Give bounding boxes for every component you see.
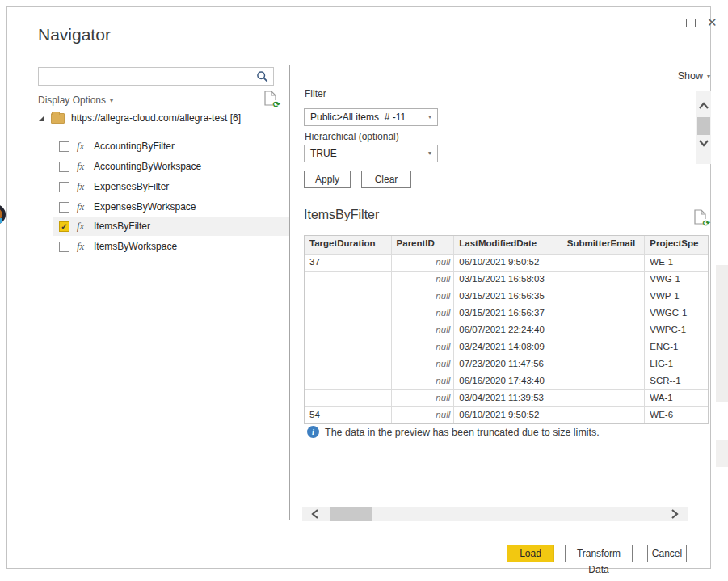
table-cell: 54: [305, 407, 392, 423]
table-row: null 03/15/2021 16:58:03 VWG-1: [305, 271, 708, 288]
checkbox[interactable]: [59, 242, 69, 252]
search-box: [38, 67, 274, 86]
cancel-button[interactable]: Cancel: [647, 545, 687, 562]
tree-item-itemsbyworkspace[interactable]: fx ItemsByWorkspace: [53, 237, 289, 256]
table-cell: 06/16/2020 17:43:40: [454, 373, 562, 389]
hierarchical-value: TRUE: [310, 148, 337, 159]
table-cell: null: [392, 356, 455, 373]
table-cell: SCR--1: [645, 373, 708, 389]
table-cell: [305, 339, 392, 356]
dialog-title: Navigator: [38, 25, 111, 44]
display-options-label: Display Options: [38, 95, 106, 106]
screen: Navigator ✕ Display Options▾ ⟳: [0, 0, 728, 581]
table-cell: [562, 272, 646, 288]
table-cell: null: [392, 407, 455, 423]
refresh-preview-icon[interactable]: ⟳: [264, 91, 278, 107]
chevron-down-icon: ▾: [428, 149, 431, 157]
horizontal-scrollbar[interactable]: [302, 507, 688, 521]
column-header[interactable]: LastModifiedDate: [454, 236, 562, 254]
hierarchical-label: Hierarchical (optional): [305, 131, 399, 142]
checkbox[interactable]: [59, 182, 69, 192]
table-cell: [305, 356, 392, 373]
display-options-menu[interactable]: Display Options▾: [38, 95, 113, 106]
table-row: null 03/24/2021 14:08:09 ENG-1: [305, 339, 708, 356]
navigator-dialog: Navigator ✕ Display Options▾ ⟳: [6, 6, 711, 569]
tree-item-label: ItemsByFilter: [94, 221, 150, 232]
maximize-icon[interactable]: [686, 19, 696, 27]
function-icon: fx: [77, 180, 90, 193]
preview-table-title: ItemsByFilter: [304, 208, 379, 222]
table-row: null 07/23/2020 11:47:56 LIG-1: [305, 356, 708, 373]
tree-root-node[interactable]: https://allegra-cloud.com/allegra-test […: [38, 110, 241, 126]
table-cell: [562, 288, 646, 305]
table-cell: [305, 322, 392, 339]
show-label: Show: [678, 70, 703, 82]
function-icon: fx: [77, 240, 90, 253]
search-input[interactable]: [42, 69, 256, 84]
filter-dropdown[interactable]: Public>All items # -11 ▾: [304, 108, 438, 126]
scroll-down-icon[interactable]: [698, 139, 709, 147]
expand-collapse-icon[interactable]: [38, 115, 45, 122]
function-icon: fx: [77, 220, 90, 233]
refresh-table-icon[interactable]: ⟳: [694, 209, 708, 225]
tree-item-itemsbyfilter[interactable]: ✓ fx ItemsByFilter: [53, 217, 289, 236]
table-cell: [305, 373, 392, 389]
column-header[interactable]: ProjectSpe: [645, 236, 708, 254]
table-header-row: TargetDuration ParentID LastModifiedDate…: [305, 236, 708, 254]
scroll-up-icon[interactable]: [698, 102, 709, 110]
function-icon: fx: [77, 200, 90, 213]
scroll-right-icon[interactable]: [671, 508, 679, 520]
info-icon: i: [307, 426, 319, 438]
checkbox[interactable]: [59, 162, 69, 172]
horizontal-scroll-thumb[interactable]: [330, 507, 372, 521]
table-cell: [562, 373, 646, 389]
table-cell: null: [392, 272, 455, 288]
vertical-scroll-thumb[interactable]: [697, 117, 710, 135]
scroll-left-icon[interactable]: [311, 508, 319, 520]
table-cell: null: [392, 305, 455, 322]
refresh-arrows-icon: ⟳: [703, 219, 710, 228]
table-cell: VWG-1: [645, 272, 708, 288]
vertical-scrollbar[interactable]: [696, 91, 711, 164]
table-cell: 03/24/2021 14:08:09: [454, 339, 562, 356]
table-row: null 03/15/2021 16:56:35 VWP-1: [305, 288, 708, 305]
tree-item-accountingbyfilter[interactable]: fx AccountingByFilter: [53, 137, 289, 156]
checkbox-checked[interactable]: ✓: [59, 221, 69, 232]
tree-item-expensesbyfilter[interactable]: fx ExpensesByFilter: [53, 177, 289, 196]
table-cell: LIG-1: [645, 356, 708, 373]
table-row: null 06/16/2020 17:43:40 SCR--1: [305, 373, 708, 389]
transform-data-button[interactable]: Transform Data: [565, 545, 633, 562]
table-cell: WA-1: [645, 390, 708, 406]
table-row: null 03/04/2021 11:39:53 WA-1: [305, 389, 708, 406]
apply-button[interactable]: Apply: [304, 171, 351, 188]
load-button[interactable]: Load: [507, 545, 554, 562]
tree-item-accountingbyworkspace[interactable]: fx AccountingByWorkspace: [53, 157, 289, 176]
table-cell: [305, 390, 392, 406]
checkbox[interactable]: [59, 202, 69, 213]
background-scrollbar-fragment: [716, 265, 728, 402]
refresh-arrows-icon: ⟳: [273, 100, 280, 109]
table-cell: [305, 305, 392, 322]
tree-item-expensesbyworkspace[interactable]: fx ExpensesByWorkspace: [53, 197, 289, 217]
column-header[interactable]: SubmitterEmail: [562, 236, 646, 254]
table-cell: 03/15/2021 16:56:35: [454, 288, 562, 305]
column-header[interactable]: ParentID: [392, 236, 455, 254]
table-cell: 06/10/2021 9:50:52: [454, 255, 562, 271]
table-cell: [562, 390, 646, 406]
table-row: null 03/15/2021 16:56:37 VWGC-1: [305, 305, 708, 322]
tree-item-label: ExpensesByWorkspace: [94, 201, 196, 213]
checkbox[interactable]: [59, 141, 69, 152]
table-cell: ENG-1: [645, 339, 708, 356]
hierarchical-dropdown[interactable]: TRUE ▾: [304, 145, 438, 162]
table-cell: 03/04/2021 11:39:53: [454, 390, 562, 406]
table-cell: null: [392, 373, 455, 389]
table-cell: [305, 288, 392, 305]
show-dropdown[interactable]: Show▾: [665, 70, 710, 82]
chevron-down-icon: ▾: [428, 113, 431, 120]
column-header[interactable]: TargetDuration: [305, 236, 392, 254]
search-icon[interactable]: [256, 70, 269, 83]
table-cell: null: [392, 390, 455, 406]
clear-button[interactable]: Clear: [361, 171, 411, 188]
table-cell: 37: [305, 255, 392, 271]
close-icon[interactable]: ✕: [707, 14, 717, 32]
